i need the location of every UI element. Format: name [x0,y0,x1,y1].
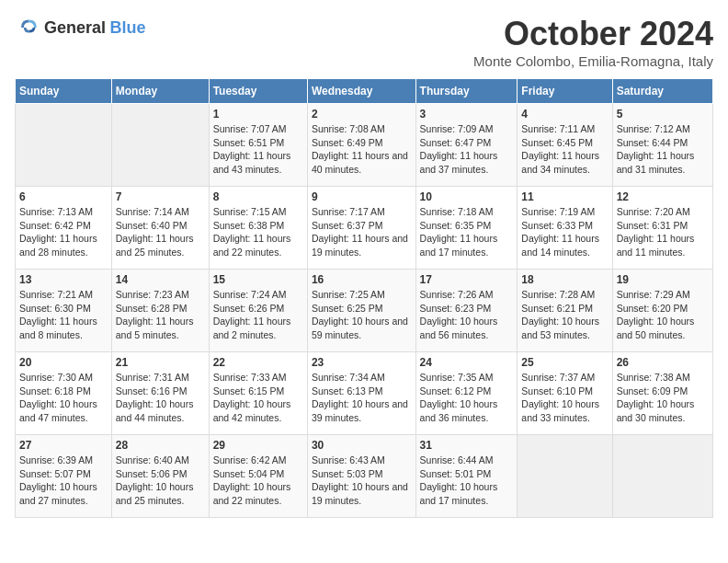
calendar-cell: 30Sunrise: 6:43 AM Sunset: 5:03 PM Dayli… [307,435,415,518]
day-detail: Sunrise: 7:19 AM Sunset: 6:33 PM Dayligh… [521,205,608,259]
page-header: General Blue October 2024 Monte Colombo,… [15,15,713,69]
day-number: 6 [19,190,108,203]
day-detail: Sunrise: 7:34 AM Sunset: 6:13 PM Dayligh… [312,371,412,425]
calendar-cell: 8Sunrise: 7:15 AM Sunset: 6:38 PM Daylig… [209,187,307,270]
day-number: 13 [19,273,108,286]
day-detail: Sunrise: 6:39 AM Sunset: 5:07 PM Dayligh… [19,454,108,508]
calendar-cell: 7Sunrise: 7:14 AM Sunset: 6:40 PM Daylig… [111,187,209,270]
day-detail: Sunrise: 7:07 AM Sunset: 6:51 PM Dayligh… [213,122,303,177]
day-detail: Sunrise: 7:38 AM Sunset: 6:09 PM Dayligh… [617,371,709,425]
logo-blue: Blue [110,18,146,37]
day-detail: Sunrise: 7:15 AM Sunset: 6:38 PM Dayligh… [213,205,303,259]
calendar-week-row: 27Sunrise: 6:39 AM Sunset: 5:07 PM Dayli… [16,435,713,518]
calendar-cell: 5Sunrise: 7:12 AM Sunset: 6:44 PM Daylig… [612,104,712,187]
day-number: 22 [213,356,303,369]
calendar-cell: 15Sunrise: 7:24 AM Sunset: 6:26 PM Dayli… [209,270,307,352]
day-number: 25 [521,356,608,369]
calendar-cell: 26Sunrise: 7:38 AM Sunset: 6:09 PM Dayli… [612,352,712,435]
day-number: 5 [617,108,709,121]
calendar-cell: 2Sunrise: 7:08 AM Sunset: 6:49 PM Daylig… [307,104,415,187]
day-number: 12 [617,190,709,203]
day-detail: Sunrise: 7:08 AM Sunset: 6:49 PM Dayligh… [312,122,412,177]
day-detail: Sunrise: 7:29 AM Sunset: 6:20 PM Dayligh… [617,288,709,342]
day-detail: Sunrise: 6:42 AM Sunset: 5:04 PM Dayligh… [213,454,303,508]
header-day: Monday [111,79,209,104]
calendar-cell: 28Sunrise: 6:40 AM Sunset: 5:06 PM Dayli… [111,435,209,518]
day-number: 4 [521,108,608,121]
calendar-cell: 9Sunrise: 7:17 AM Sunset: 6:37 PM Daylig… [307,187,415,270]
day-number: 21 [116,356,205,369]
calendar-header: SundayMondayTuesdayWednesdayThursdayFrid… [16,79,713,104]
day-detail: Sunrise: 7:12 AM Sunset: 6:44 PM Dayligh… [617,122,709,177]
day-detail: Sunrise: 7:13 AM Sunset: 6:42 PM Dayligh… [19,205,108,259]
header-day: Thursday [415,79,518,104]
day-number: 28 [116,439,205,452]
day-number: 17 [420,273,514,286]
day-number: 3 [420,108,514,121]
calendar-table: SundayMondayTuesdayWednesdayThursdayFrid… [15,78,713,518]
calendar-cell: 23Sunrise: 7:34 AM Sunset: 6:13 PM Dayli… [307,352,415,435]
logo: General Blue [15,15,146,40]
day-number: 1 [213,108,303,121]
calendar-week-row: 13Sunrise: 7:21 AM Sunset: 6:30 PM Dayli… [16,270,713,352]
calendar-cell: 29Sunrise: 6:42 AM Sunset: 5:04 PM Dayli… [209,435,307,518]
header-day: Tuesday [209,79,307,104]
day-detail: Sunrise: 7:14 AM Sunset: 6:40 PM Dayligh… [116,205,205,259]
day-detail: Sunrise: 7:11 AM Sunset: 6:45 PM Dayligh… [521,122,608,177]
calendar-cell [16,104,112,187]
day-number: 23 [312,356,412,369]
calendar-week-row: 1Sunrise: 7:07 AM Sunset: 6:51 PM Daylig… [16,104,713,187]
calendar-cell: 16Sunrise: 7:25 AM Sunset: 6:25 PM Dayli… [307,270,415,352]
calendar-cell: 11Sunrise: 7:19 AM Sunset: 6:33 PM Dayli… [518,187,612,270]
calendar-cell: 14Sunrise: 7:23 AM Sunset: 6:28 PM Dayli… [111,270,209,352]
day-detail: Sunrise: 7:23 AM Sunset: 6:28 PM Dayligh… [116,288,205,342]
day-number: 2 [312,108,412,121]
calendar-cell: 18Sunrise: 7:28 AM Sunset: 6:21 PM Dayli… [518,270,612,352]
day-detail: Sunrise: 7:37 AM Sunset: 6:10 PM Dayligh… [521,371,608,425]
day-detail: Sunrise: 6:40 AM Sunset: 5:06 PM Dayligh… [116,454,205,508]
day-number: 15 [213,273,303,286]
day-detail: Sunrise: 7:28 AM Sunset: 6:21 PM Dayligh… [521,288,608,342]
calendar-cell: 20Sunrise: 7:30 AM Sunset: 6:18 PM Dayli… [16,352,112,435]
calendar-cell: 27Sunrise: 6:39 AM Sunset: 5:07 PM Dayli… [16,435,112,518]
calendar-week-row: 6Sunrise: 7:13 AM Sunset: 6:42 PM Daylig… [16,187,713,270]
day-number: 27 [19,439,108,452]
calendar-cell: 21Sunrise: 7:31 AM Sunset: 6:16 PM Dayli… [111,352,209,435]
calendar-cell [518,435,612,518]
day-number: 19 [617,273,709,286]
calendar-cell: 10Sunrise: 7:18 AM Sunset: 6:35 PM Dayli… [415,187,518,270]
day-detail: Sunrise: 7:30 AM Sunset: 6:18 PM Dayligh… [19,371,108,425]
day-detail: Sunrise: 7:09 AM Sunset: 6:47 PM Dayligh… [420,122,514,177]
logo-text-block: General Blue [44,18,146,38]
calendar-cell: 6Sunrise: 7:13 AM Sunset: 6:42 PM Daylig… [16,187,112,270]
day-number: 26 [617,356,709,369]
logo-general: General [44,18,106,37]
calendar-cell: 13Sunrise: 7:21 AM Sunset: 6:30 PM Dayli… [16,270,112,352]
day-detail: Sunrise: 7:25 AM Sunset: 6:25 PM Dayligh… [312,288,412,342]
calendar-cell: 3Sunrise: 7:09 AM Sunset: 6:47 PM Daylig… [415,104,518,187]
header-day: Wednesday [307,79,415,104]
calendar-cell: 1Sunrise: 7:07 AM Sunset: 6:51 PM Daylig… [209,104,307,187]
calendar-cell: 4Sunrise: 7:11 AM Sunset: 6:45 PM Daylig… [518,104,612,187]
day-detail: Sunrise: 7:31 AM Sunset: 6:16 PM Dayligh… [116,371,205,425]
day-detail: Sunrise: 7:21 AM Sunset: 6:30 PM Dayligh… [19,288,108,342]
calendar-cell: 12Sunrise: 7:20 AM Sunset: 6:31 PM Dayli… [612,187,712,270]
calendar-cell: 24Sunrise: 7:35 AM Sunset: 6:12 PM Dayli… [415,352,518,435]
day-number: 14 [116,273,205,286]
day-detail: Sunrise: 7:20 AM Sunset: 6:31 PM Dayligh… [617,205,709,259]
title-block: October 2024 Monte Colombo, Emilia-Romag… [473,15,713,69]
day-number: 18 [521,273,608,286]
header-row: SundayMondayTuesdayWednesdayThursdayFrid… [16,79,713,104]
day-number: 9 [312,190,412,203]
location-subtitle: Monte Colombo, Emilia-Romagna, Italy [473,53,713,69]
header-day: Friday [518,79,612,104]
header-day: Sunday [16,79,112,104]
month-title: October 2024 [473,15,713,53]
calendar-cell: 25Sunrise: 7:37 AM Sunset: 6:10 PM Dayli… [518,352,612,435]
day-number: 7 [116,190,205,203]
header-day: Saturday [612,79,712,104]
calendar-cell [111,104,209,187]
calendar-body: 1Sunrise: 7:07 AM Sunset: 6:51 PM Daylig… [16,104,713,518]
calendar-cell: 22Sunrise: 7:33 AM Sunset: 6:15 PM Dayli… [209,352,307,435]
day-number: 31 [420,439,514,452]
